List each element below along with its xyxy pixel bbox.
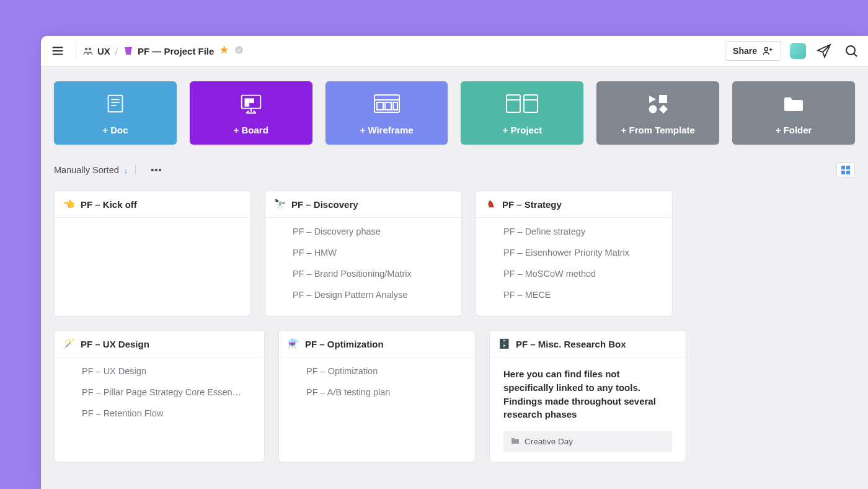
- breadcrumb-team[interactable]: UX: [82, 45, 110, 56]
- grid-icon: [841, 165, 851, 175]
- svg-point-10: [846, 46, 855, 55]
- list-item[interactable]: PF – Design Pattern Analyse: [293, 290, 451, 300]
- svg-rect-38: [846, 166, 850, 169]
- card-kickoff[interactable]: 👈 PF – Kick off: [54, 191, 251, 316]
- card-title: PF – Kick off: [81, 199, 137, 210]
- svg-rect-31: [524, 95, 538, 112]
- wireframe-icon: [372, 91, 402, 116]
- card-body: PF – Optimization PF – A/B testing plan: [279, 357, 475, 408]
- card-emoji-icon: 🔭: [274, 199, 285, 210]
- divider: [76, 43, 76, 59]
- list-item[interactable]: PF – Optimization: [306, 366, 465, 376]
- svg-rect-39: [841, 171, 845, 174]
- create-board-tile[interactable]: + Board: [190, 81, 312, 145]
- create-doc-tile[interactable]: + Doc: [54, 81, 177, 145]
- svg-rect-28: [393, 102, 397, 110]
- svg-rect-27: [385, 102, 391, 110]
- list-item[interactable]: PF – Pillar Page Strategy Core Essen…: [82, 387, 254, 397]
- share-people-icon: [762, 45, 773, 56]
- svg-point-3: [85, 48, 88, 51]
- cards-grid: 👈 PF – Kick off 🔭 PF – Discovery PF – Di…: [41, 187, 868, 462]
- breadcrumb-project-label: PF — Project File: [138, 46, 214, 56]
- svg-rect-19: [245, 104, 249, 106]
- card-header: 👈 PF – Kick off: [55, 191, 250, 218]
- card-emoji-icon: 🪄: [63, 338, 74, 349]
- app-logo-icon[interactable]: [790, 43, 806, 59]
- card-header: ♞ PF – Strategy: [476, 191, 672, 218]
- list-item[interactable]: PF – MECE: [503, 290, 662, 300]
- card-body: PF – Define strategy PF – Eisenhower Pri…: [476, 218, 672, 311]
- search-button[interactable]: [842, 42, 861, 60]
- create-project-tile[interactable]: + Project: [461, 81, 583, 145]
- list-item[interactable]: PF – UX Design: [82, 366, 254, 376]
- card-body: [55, 218, 250, 316]
- list-item[interactable]: PF – Define strategy: [503, 227, 662, 236]
- more-options-button[interactable]: •••: [151, 165, 162, 175]
- list-item[interactable]: PF – Retention Flow: [82, 408, 254, 418]
- list-item[interactable]: PF – A/B testing plan: [306, 387, 465, 397]
- grid-view-toggle[interactable]: [836, 162, 855, 178]
- card-header: ⚗️ PF – Optimization: [279, 331, 475, 357]
- svg-rect-12: [108, 95, 123, 112]
- search-icon: [844, 43, 859, 58]
- svg-marker-33: [649, 96, 656, 103]
- card-emoji-icon: 🗄️: [498, 338, 510, 349]
- card-discovery[interactable]: 🔭 PF – Discovery PF – Discovery phase PF…: [265, 191, 462, 316]
- share-button[interactable]: Share: [725, 41, 781, 61]
- app-window: UX / PF — Project File Share: [41, 36, 868, 489]
- send-button[interactable]: [815, 42, 833, 60]
- svg-rect-26: [377, 102, 383, 110]
- list-item[interactable]: PF – HMW: [293, 248, 451, 258]
- top-bar: UX / PF — Project File Share: [41, 36, 868, 66]
- svg-rect-37: [841, 166, 845, 169]
- breadcrumb-separator: /: [115, 46, 118, 56]
- menu-button[interactable]: [46, 39, 69, 63]
- create-template-tile[interactable]: + From Template: [596, 81, 719, 145]
- sort-direction-icon: ↓: [124, 166, 128, 175]
- card-title: PF – Misc. Research Box: [516, 339, 626, 349]
- sort-label: Manually Sorted: [54, 165, 119, 175]
- card-ux-design[interactable]: 🪄 PF – UX Design PF – UX Design PF – Pil…: [54, 330, 265, 462]
- folder-chip[interactable]: Creative Day: [503, 431, 672, 452]
- share-label: Share: [733, 46, 757, 56]
- card-title: PF – Discovery: [291, 199, 358, 210]
- card-optimization[interactable]: ⚗️ PF – Optimization PF – Optimization P…: [278, 330, 476, 462]
- list-item[interactable]: PF – Eisenhower Priority Matrix: [503, 248, 662, 258]
- breadcrumb-team-label: UX: [97, 46, 110, 56]
- svg-rect-18: [250, 99, 254, 102]
- create-wireframe-tile[interactable]: + Wireframe: [326, 81, 448, 145]
- svg-line-11: [854, 53, 857, 56]
- card-title: PF – Optimization: [305, 339, 384, 349]
- sort-control[interactable]: Manually Sorted ↓: [54, 165, 128, 175]
- list-item[interactable]: PF – MoSCoW method: [503, 269, 662, 279]
- card-strategy[interactable]: ♞ PF – Strategy PF – Define strategy PF …: [476, 191, 673, 316]
- project-icon: [504, 91, 540, 116]
- card-emoji-icon: ♞: [485, 199, 496, 210]
- list-item[interactable]: PF – Discovery phase: [293, 227, 451, 236]
- board-icon: [238, 91, 264, 116]
- top-bar-actions: Share: [725, 41, 861, 61]
- tile-label: + Board: [234, 125, 268, 135]
- list-item[interactable]: PF – Brand Positioning/Matrix: [293, 269, 451, 279]
- card-misc-research[interactable]: 🗄️ PF – Misc. Research Box Here you can …: [489, 330, 686, 462]
- card-title: PF – UX Design: [81, 339, 149, 349]
- svg-rect-17: [245, 99, 249, 102]
- card-emoji-icon: ⚗️: [288, 338, 299, 349]
- svg-point-7: [764, 47, 768, 50]
- doc-icon: [104, 91, 127, 116]
- create-folder-tile[interactable]: + Folder: [732, 81, 855, 145]
- breadcrumb-project[interactable]: PF — Project File: [123, 45, 214, 56]
- star-icon[interactable]: [219, 45, 229, 57]
- tile-label: + From Template: [621, 125, 695, 135]
- card-body: PF – UX Design PF – Pillar Page Strategy…: [55, 357, 264, 429]
- tile-label: + Project: [503, 125, 542, 135]
- svg-marker-36: [659, 105, 668, 114]
- chip-label: Creative Day: [525, 437, 573, 446]
- hamburger-icon: [51, 44, 64, 58]
- template-shapes-icon: [645, 91, 670, 116]
- card-body: PF – Discovery phase PF – HMW PF – Brand…: [265, 218, 461, 311]
- tile-label: + Doc: [102, 125, 128, 135]
- tile-label: + Folder: [776, 125, 812, 135]
- tile-label: + Wireframe: [360, 125, 413, 135]
- svg-rect-5: [125, 47, 132, 48]
